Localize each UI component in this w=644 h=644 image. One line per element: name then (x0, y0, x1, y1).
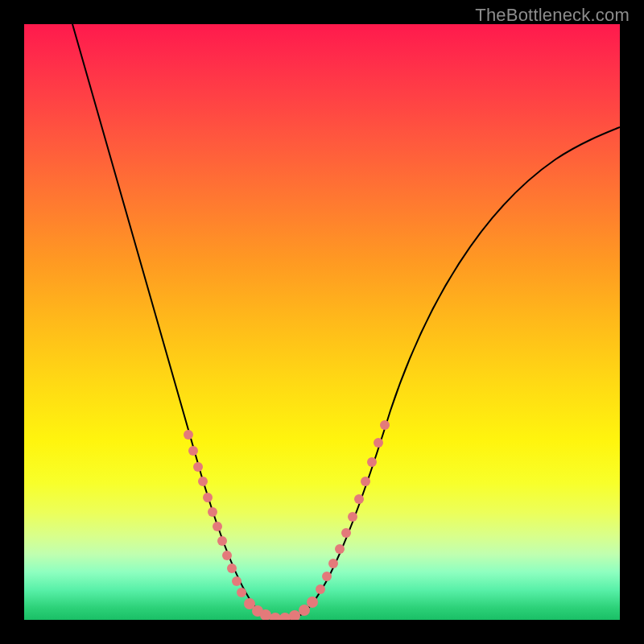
highlight-dot (222, 551, 232, 560)
highlight-dot (361, 477, 370, 486)
highlight-dot (237, 588, 246, 597)
highlight-dot (208, 507, 217, 517)
highlight-dot (227, 564, 237, 573)
highlight-dot (299, 605, 310, 616)
marker-group-bottom (244, 597, 318, 620)
highlight-dot (193, 462, 203, 472)
highlight-dot (354, 494, 364, 504)
marker-group-left (184, 430, 246, 597)
highlight-dot (374, 438, 383, 448)
highlight-dot (348, 512, 357, 522)
highlight-dot (184, 430, 193, 440)
watermark-text: TheBottleneck.com (475, 5, 630, 26)
marker-group-right (316, 420, 390, 594)
highlight-dot (217, 536, 227, 546)
plot-area (24, 24, 620, 620)
highlight-dot (232, 576, 242, 586)
highlight-dot (307, 597, 318, 608)
chart-frame: TheBottleneck.com (0, 0, 644, 644)
highlight-dot (198, 477, 208, 486)
highlight-dot (380, 420, 390, 430)
highlight-dot (328, 559, 338, 568)
highlight-dot (270, 613, 281, 620)
curve-svg (24, 24, 620, 620)
highlight-dot (316, 584, 325, 594)
highlight-dot (367, 457, 377, 467)
highlight-dot (289, 610, 300, 620)
highlight-dot (341, 528, 351, 538)
highlight-dot (213, 522, 222, 531)
highlight-dot (203, 493, 213, 502)
highlight-dot (322, 572, 332, 581)
highlight-dot (279, 613, 291, 620)
highlight-dot (188, 446, 198, 456)
highlight-dot (335, 544, 345, 554)
